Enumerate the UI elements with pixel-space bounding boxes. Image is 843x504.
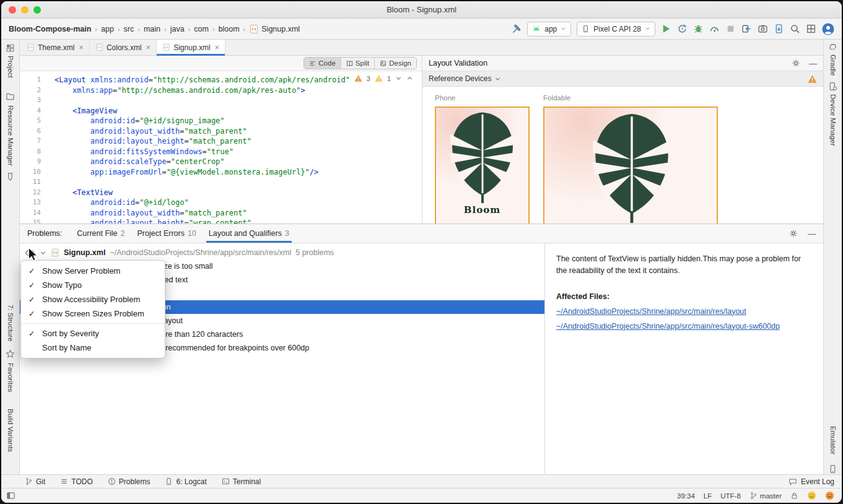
code-line[interactable] (55, 177, 422, 188)
capture-screenshot-button[interactable] (758, 24, 768, 34)
menu-item-show-screen-sizes-problem[interactable]: ✓Show Screen Sizes Problem (21, 306, 165, 321)
frown-face-icon[interactable] (825, 491, 834, 500)
line-ending-indicator[interactable]: LF (704, 492, 712, 500)
attach-debugger-button[interactable] (741, 24, 752, 34)
code-line[interactable]: android:scaleType="centerCrop" (55, 157, 422, 167)
close-icon[interactable]: × (215, 43, 220, 51)
breadcrumb-item-bloom-compose-main[interactable]: Bloom-Compose-main (9, 25, 91, 33)
sidebar-item-gradle[interactable]: Gradle (829, 54, 837, 76)
code-line[interactable]: android:fitsSystemWindows="true" (55, 147, 422, 157)
menu-item-sort-by-severity[interactable]: ✓Sort by Severity (21, 326, 165, 341)
stop-button[interactable] (725, 24, 736, 34)
breadcrumb-item-com[interactable]: com (194, 25, 209, 33)
code-line[interactable]: app:imageFromUrl="@{viewModel.monstera.i… (55, 167, 422, 178)
breadcrumb-item-java[interactable]: java (170, 25, 185, 33)
run-button[interactable] (661, 24, 671, 34)
affected-file-link[interactable]: ~/AndroidStudioProjects/Shrine/app/src/m… (556, 307, 812, 316)
build-hammer-icon[interactable] (511, 24, 522, 34)
code-line[interactable]: android:id="@+id/signup_image" (55, 116, 422, 126)
problems-tab-layout-and-qualifiers[interactable]: Layout and Qualifiers3 (203, 224, 295, 243)
close-icon[interactable]: × (146, 43, 151, 51)
hide-panel-button[interactable]: — (809, 59, 817, 67)
editor-tab-colors-xml[interactable]: Colors.xml× (90, 40, 157, 55)
user-avatar[interactable] (822, 23, 834, 35)
problems-tab-project-errors[interactable]: Project Errors10 (131, 224, 203, 243)
toolwindow-button-terminal[interactable]: Terminal (222, 477, 261, 486)
lock-icon[interactable] (790, 492, 798, 500)
apply-changes-button[interactable] (677, 24, 688, 34)
affected-file-link[interactable]: ~/AndroidStudioProjects/Shrine/app/src/m… (556, 322, 812, 331)
breadcrumb-item-src[interactable]: src (124, 25, 134, 33)
hide-panel-button[interactable]: — (808, 230, 816, 238)
problems-tab-current-file[interactable]: Current File2 (71, 224, 131, 243)
gear-icon[interactable] (792, 59, 800, 67)
editor-tab-theme-xml[interactable]: Theme.xml× (21, 40, 90, 55)
git-branch-widget[interactable]: master (749, 492, 782, 500)
breadcrumb-item-app[interactable]: app (101, 25, 114, 33)
zoom-window-button[interactable] (33, 6, 41, 14)
prev-warning-icon[interactable] (406, 75, 413, 82)
folder-icon[interactable] (6, 92, 15, 101)
toolwindow-button-todo[interactable]: TODO (60, 477, 92, 486)
code-line[interactable]: android:layout_width="match_parent" (55, 208, 422, 219)
close-window-button[interactable] (9, 6, 16, 14)
device-select[interactable]: Pixel C API 28 (577, 22, 655, 37)
breadcrumb-item-signup-xml[interactable]: Signup.xml (249, 24, 300, 34)
sidebar-item-emulator[interactable]: Emulator (829, 426, 837, 454)
foldable-preview-card[interactable] (543, 106, 718, 224)
code-line[interactable]: <TextView (55, 188, 422, 198)
reference-devices-row[interactable]: Reference Devices (422, 71, 823, 87)
gear-icon[interactable] (789, 229, 798, 238)
problems-file-name[interactable]: Signup.xml (64, 248, 105, 257)
phone-preview-card[interactable]: Bloom (435, 106, 530, 224)
pin-icon[interactable] (6, 172, 15, 181)
menu-item-sort-by-name[interactable]: Sort by Name (21, 341, 165, 355)
breadcrumb-item-bloom[interactable]: bloom (219, 25, 240, 33)
sidebar-item-device-manager[interactable]: Device Manager (829, 94, 837, 146)
sidebar-item-build-variants[interactable]: Build Variants (7, 409, 14, 452)
code-line[interactable]: android:layout_height="wrap_content" (55, 218, 422, 224)
code-lines[interactable]: <Layout xmlns:android="http://schemas.an… (48, 71, 422, 224)
profile-button[interactable] (709, 24, 720, 34)
smiley-face-icon[interactable] (807, 491, 816, 500)
caret-position[interactable]: 39:34 (677, 492, 695, 500)
layout-inspector-button[interactable] (806, 24, 816, 34)
code-editor[interactable]: 123456789101112131415 <Layout xmlns:andr… (20, 71, 422, 224)
run-config-select[interactable]: app (527, 22, 571, 37)
device-file-explorer-button[interactable] (774, 24, 784, 34)
event-log-button[interactable]: Event Log (788, 477, 834, 486)
mode-button-split[interactable]: Split (341, 58, 375, 69)
toggle-toolwindows-icon[interactable] (6, 491, 15, 500)
code-line[interactable]: <ImageView (55, 106, 422, 116)
mode-button-code[interactable]: Code (304, 58, 341, 69)
editor-tab-signup-xml[interactable]: Signup.xml× (157, 40, 225, 55)
sidebar-item-resource-manager[interactable]: Resource Manager (7, 105, 14, 166)
sidebar-item-favorites[interactable]: Favorites (7, 363, 14, 392)
code-line[interactable]: android:layout_width="match_parent" (55, 126, 422, 137)
inspection-widget[interactable]: 3 1 (354, 74, 413, 82)
menu-item-show-typo[interactable]: ✓Show Typo (21, 278, 165, 292)
close-icon[interactable]: × (79, 43, 84, 51)
search-everywhere-button[interactable] (790, 24, 800, 34)
phone-icon (582, 25, 590, 33)
menu-item-show-server-problem[interactable]: ✓Show Server Problem (21, 264, 165, 278)
next-warning-icon[interactable] (395, 75, 402, 82)
encoding-indicator[interactable]: UTF-8 (720, 492, 741, 500)
toolwindow-button-6-logcat[interactable]: 6: Logcat (165, 477, 206, 486)
toolwindow-button-git[interactable]: Git (25, 477, 45, 486)
check-icon: ✓ (28, 329, 42, 338)
sidebar-item-project[interactable]: Project (7, 56, 14, 78)
code-line[interactable]: android:id="@+id/logo" (55, 198, 422, 208)
minimize-window-button[interactable] (21, 6, 28, 14)
toolwindow-button-problems[interactable]: Problems (108, 477, 151, 486)
breadcrumb-item-main[interactable]: main (144, 25, 160, 33)
mode-button-design[interactable]: Design (375, 58, 416, 69)
code-line[interactable] (55, 95, 422, 106)
code-line[interactable]: android:layout_height="match_parent" (55, 136, 422, 147)
code-line[interactable]: xmlns:app="http://schemas.android.com/ap… (55, 85, 422, 96)
debug-button[interactable] (693, 24, 704, 34)
menu-item-show-accessibility-problem[interactable]: ✓Show Accessibility Problem (21, 292, 165, 306)
collapse-chevron-icon[interactable] (40, 250, 46, 256)
sidebar-item-structure[interactable]: 7: Structure (7, 305, 14, 341)
line-number: 14 (20, 208, 48, 219)
